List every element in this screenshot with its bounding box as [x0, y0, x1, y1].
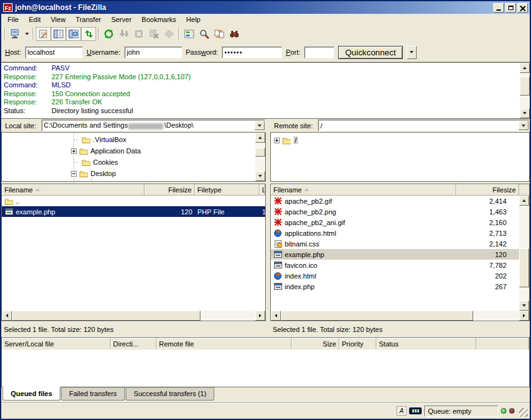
scroll-down-button[interactable]	[255, 171, 265, 181]
scrollbar-thumb[interactable]	[12, 311, 200, 321]
file-row[interactable]: ..	[2, 196, 265, 206]
tree-item[interactable]: Cookies	[65, 157, 255, 168]
menu-edit[interactable]: Edit	[24, 14, 46, 25]
maximize-button[interactable]	[505, 3, 516, 13]
directory-comparison-button[interactable]	[182, 27, 197, 41]
quickconnect-button[interactable]: Quickconnect	[338, 46, 403, 59]
toggle-transfer-queue-button[interactable]	[81, 27, 96, 41]
speed-limits-icon[interactable]	[409, 407, 422, 414]
menu-bookmarks[interactable]: Bookmarks	[136, 14, 181, 25]
filezilla-logo-icon: Fz	[3, 3, 13, 12]
file-row[interactable]: index.php 267	[271, 281, 519, 292]
minimize-button[interactable]	[493, 3, 504, 13]
refresh-button[interactable]	[101, 27, 116, 41]
cancel-operation-button[interactable]	[131, 27, 146, 41]
column-header-filetype[interactable]: Filetype	[195, 184, 260, 195]
file-row[interactable]: favicon.ico 7,782	[271, 260, 519, 270]
transfer-type-indicator-icon[interactable]: A	[397, 406, 407, 416]
tab-queued-files[interactable]: Queued files	[3, 387, 60, 401]
resize-grip[interactable]	[519, 408, 528, 417]
file-row[interactable]: applications.html 2,713	[271, 228, 519, 238]
column-header-filesize[interactable]: Filesize	[145, 184, 195, 195]
abort-button[interactable]	[161, 27, 177, 41]
file-row-selected[interactable]: example.php 120 PHP File 1	[2, 206, 265, 217]
tab-failed-transfers[interactable]: Failed transfers	[61, 387, 125, 401]
menu-server[interactable]: Server	[106, 14, 136, 25]
scroll-down-button[interactable]	[520, 108, 530, 118]
site-manager-button[interactable]	[8, 27, 23, 41]
tab-successful-transfers[interactable]: Successful transfers (1)	[126, 387, 215, 401]
column-header-filename[interactable]: Filename	[271, 184, 456, 195]
column-header-lastmodified[interactable]: L	[260, 184, 265, 195]
host-input[interactable]	[25, 47, 83, 58]
username-input[interactable]	[124, 47, 182, 58]
column-header-priority[interactable]: Priority	[339, 338, 376, 350]
expand-plus-icon[interactable]	[274, 138, 280, 143]
toggle-local-tree-button[interactable]	[51, 27, 66, 41]
collapse-minus-icon[interactable]	[71, 171, 77, 177]
remote-site-row: Remote site: /	[270, 119, 530, 132]
scroll-up-button[interactable]	[255, 133, 265, 143]
process-queue-button[interactable]	[116, 27, 131, 41]
log-scrollbar[interactable]	[520, 63, 530, 118]
synchronized-browsing-button[interactable]	[212, 27, 227, 41]
column-header-filesize[interactable]: Filesize	[456, 184, 519, 195]
scroll-up-button[interactable]	[519, 196, 529, 206]
tree-item[interactable]: Application Data	[65, 145, 255, 157]
scrollbar-thumb[interactable]	[255, 148, 265, 157]
find-files-button[interactable]	[197, 27, 212, 41]
remote-list-scrollbar[interactable]	[519, 196, 529, 311]
scroll-right-button[interactable]	[519, 311, 529, 321]
file-row[interactable]: index.html 202	[271, 270, 519, 281]
scrollbar-thumb[interactable]	[520, 77, 530, 96]
folder-icon	[79, 147, 88, 155]
log-line: Command:PASV	[4, 64, 517, 73]
column-header-direction[interactable]: Directi...	[111, 338, 156, 350]
toggle-message-log-button[interactable]	[36, 27, 51, 41]
file-row[interactable]: apache_pb2.gif 2,414	[271, 196, 519, 206]
close-button[interactable]	[517, 3, 528, 13]
local-horizontal-scrollbar[interactable]	[2, 311, 265, 321]
tree-item[interactable]: Desktop	[65, 168, 255, 179]
password-input[interactable]	[222, 47, 282, 58]
file-row[interactable]: apache_pb2_ani.gif 2,160	[271, 217, 519, 228]
title-bar[interactable]: Fz john@localhost - FileZilla	[1, 1, 530, 14]
file-row[interactable]: apache_pb2.png 1,463	[271, 206, 519, 217]
file-row[interactable]: bitnami.css 2,142	[271, 238, 519, 249]
queue-list-area[interactable]	[1, 350, 530, 387]
scroll-down-button[interactable]	[519, 301, 529, 311]
local-tree-scrollbar[interactable]	[255, 133, 265, 181]
menu-transfer[interactable]: Transfer	[70, 14, 106, 25]
filter-button[interactable]	[227, 27, 242, 41]
disconnect-button[interactable]	[146, 27, 161, 41]
file-row-selected[interactable]: example.php 120	[271, 249, 519, 260]
quickconnect-dropdown[interactable]	[407, 46, 417, 59]
column-header-remote-file[interactable]: Remote file	[156, 338, 292, 350]
scrollbar-thumb[interactable]	[281, 311, 473, 321]
column-header-size[interactable]: Size	[292, 338, 339, 350]
scroll-up-button[interactable]	[520, 63, 530, 73]
scrollbar-thumb[interactable]	[519, 248, 529, 287]
column-header-server-local-file[interactable]: Server/Local file	[2, 338, 111, 350]
port-input[interactable]	[304, 47, 334, 58]
site-manager-dropdown[interactable]	[23, 27, 31, 41]
remote-horizontal-scrollbar[interactable]	[271, 311, 529, 321]
scroll-left-button[interactable]	[2, 311, 12, 321]
remote-site-combobox[interactable]: /	[318, 119, 529, 131]
toggle-remote-tree-button[interactable]	[66, 27, 81, 41]
menu-view[interactable]: View	[46, 14, 71, 25]
local-site-label: Local site:	[2, 121, 40, 131]
scroll-right-button[interactable]	[255, 311, 265, 321]
menu-help[interactable]: Help	[181, 14, 205, 25]
column-header-filename[interactable]: Filename	[2, 184, 145, 195]
tree-item[interactable]: /	[274, 135, 529, 146]
pane-splitter[interactable]	[266, 119, 270, 336]
tree-item[interactable]: .VirtualBox	[65, 134, 255, 145]
local-site-combobox[interactable]: C:\Documents and Settings\Desktop\	[41, 119, 265, 131]
combo-dropdown-button[interactable]	[518, 121, 528, 130]
expand-plus-icon[interactable]	[71, 148, 77, 154]
scroll-left-button[interactable]	[271, 311, 281, 321]
column-header-status[interactable]: Status	[376, 338, 476, 350]
menu-file[interactable]: File	[3, 14, 24, 25]
combo-dropdown-button[interactable]	[255, 121, 265, 130]
